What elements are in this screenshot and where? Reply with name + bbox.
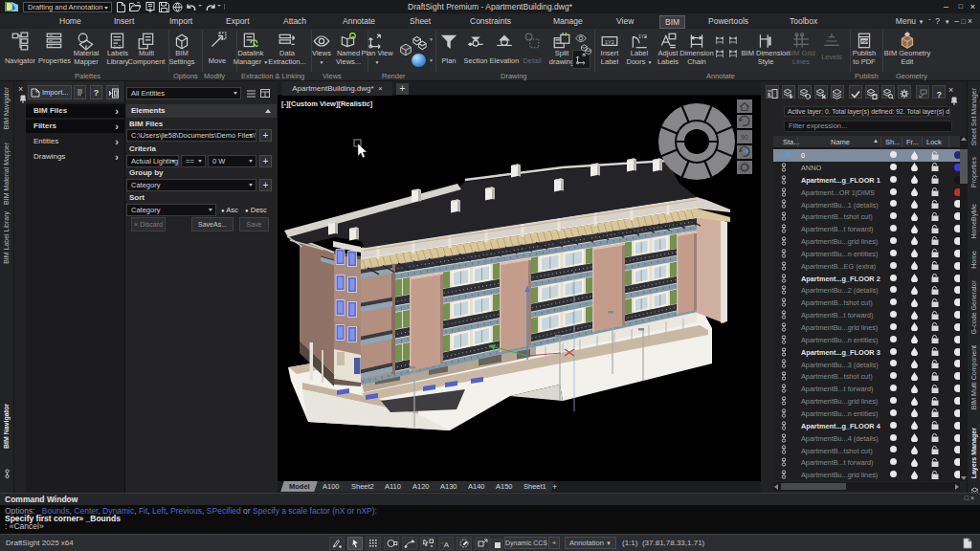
svg-text:1Y2: 1Y2 [605,39,614,45]
svg-text:90: 90 [741,134,748,141]
svg-text:1Y2: 1Y2 [638,33,647,39]
svg-text:´A: ´A [441,540,450,549]
svg-text:?: ? [937,90,943,99]
svg-text:PDF: PDF [861,40,869,44]
